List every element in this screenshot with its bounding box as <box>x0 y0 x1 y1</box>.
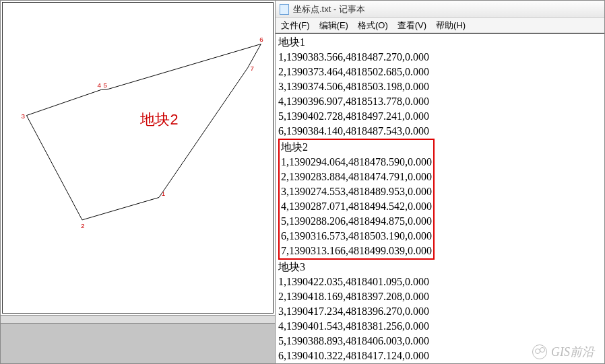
watermark-text: GIS前沿 <box>551 344 594 360</box>
coord-line: 5,1390402.728,4818497.241,0.000 <box>278 109 602 124</box>
menu-file[interactable]: 文件(F) <box>281 20 310 32</box>
menu-help[interactable]: 帮助(H) <box>436 20 466 32</box>
vertex-label-6: 6 <box>259 36 263 44</box>
polygon-canvas: 1 2 3 4 5 6 7 地块2 <box>3 3 273 313</box>
app-window: 1 2 3 4 5 6 7 地块2 坐标点.txt - 记事本 文件(F) 编辑… <box>0 0 605 364</box>
document-icon <box>280 4 289 15</box>
menu-view[interactable]: 查看(V) <box>397 20 426 32</box>
notepad-titlebar[interactable]: 坐标点.txt - 记事本 <box>276 1 604 18</box>
menu-format[interactable]: 格式(O) <box>358 20 388 32</box>
menu-edit[interactable]: 编辑(E) <box>319 20 348 32</box>
coord-line: 1,1390422.035,4818401.095,0.000 <box>278 275 602 289</box>
notepad-window: 坐标点.txt - 记事本 文件(F) 编辑(E) 格式(O) 查看(V) 帮助… <box>276 1 604 363</box>
coord-line: 2,1390373.464,4818502.685,0.000 <box>278 65 602 79</box>
coord-line: 6,1390316.573,4818503.190,0.000 <box>281 229 432 244</box>
block-header: 地块2 <box>281 140 432 155</box>
coord-line: 4,1390287.071,4818494.542,0.000 <box>281 199 432 214</box>
block-header: 地块3 <box>278 260 602 275</box>
highlighted-block: 地块21,1390294.064,4818478.590,0.0002,1390… <box>278 139 435 260</box>
coord-line: 1,1390383.566,4818487.270,0.000 <box>278 50 602 65</box>
vertex-label-2: 2 <box>81 222 84 229</box>
watermark: GIS前沿 <box>532 344 594 360</box>
coord-line: 2,1390283.884,4818474.791,0.000 <box>281 170 432 184</box>
block-header: 地块1 <box>278 35 602 50</box>
coord-line: 3,1390274.553,4818489.953,0.000 <box>281 184 432 199</box>
status-strip <box>1 315 275 323</box>
coord-line: 7,1390313.166,4818499.039,0.000 <box>281 244 432 258</box>
gray-panel <box>1 323 275 363</box>
left-pane: 1 2 3 4 5 6 7 地块2 <box>1 1 276 363</box>
vertex-label-3: 3 <box>22 112 26 120</box>
polygon-block2 <box>26 44 261 219</box>
vertex-label-4: 4 <box>98 81 102 89</box>
coord-line: 3,1390417.234,4818396.270,0.000 <box>278 304 602 319</box>
canvas-block-label: 地块2 <box>139 111 178 128</box>
coord-line: 5,1390288.206,4818494.875,0.000 <box>281 214 432 229</box>
notepad-text-area[interactable]: 地块11,1390383.566,4818487.270,0.0002,1390… <box>276 33 604 363</box>
coord-line: 2,1390418.169,4818397.208,0.000 <box>278 289 602 304</box>
notepad-title: 坐标点.txt - 记事本 <box>293 3 365 15</box>
vertex-label-1: 1 <box>162 190 165 198</box>
vertex-label-7: 7 <box>251 65 254 72</box>
vertex-label-5: 5 <box>103 81 107 89</box>
coord-line: 4,1390401.543,4818381.256,0.000 <box>278 319 602 334</box>
notepad-menubar: 文件(F) 编辑(E) 格式(O) 查看(V) 帮助(H) <box>276 18 604 33</box>
coord-line: 6,1390384.140,4818487.543,0.000 <box>278 124 602 139</box>
canvas-area[interactable]: 1 2 3 4 5 6 7 地块2 <box>2 2 274 314</box>
coord-line: 4,1390396.907,4818513.778,0.000 <box>278 94 602 109</box>
watermark-icon <box>532 344 547 359</box>
coord-line: 3,1390374.506,4818503.198,0.000 <box>278 79 602 94</box>
coord-line: 1,1390294.064,4818478.590,0.000 <box>281 155 432 170</box>
